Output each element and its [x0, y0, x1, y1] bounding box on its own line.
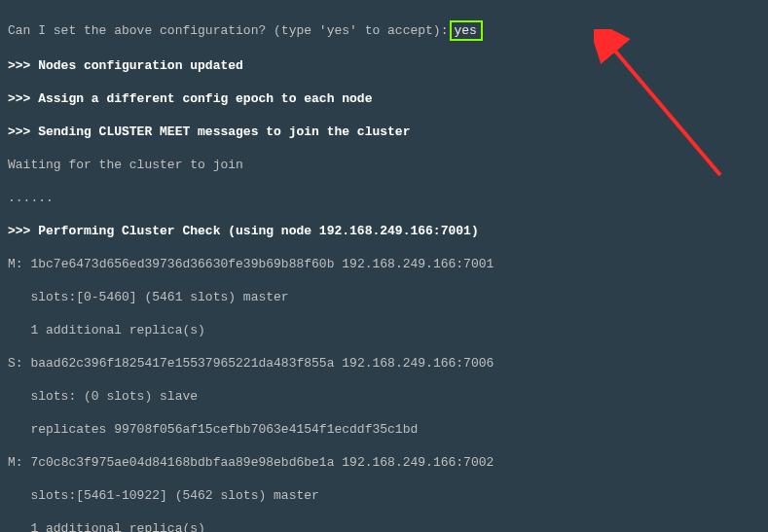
msg-cluster-check: >>> Performing Cluster Check (using node… — [8, 223, 654, 239]
terminal-output: Can I set the above configuration? (type… — [0, 0, 662, 532]
node-row: M: 1bc7e6473d656ed39736d36630fe39b69b88f… — [8, 256, 654, 272]
msg-assign-epoch: >>> Assign a different config epoch to e… — [8, 90, 654, 107]
prompt-text: Can I set the above configuration? (type… — [8, 23, 448, 38]
node-row: M: 7c0c8c3f975ae04d84168bdbfaa89e98ebd6b… — [8, 454, 654, 471]
msg-nodes-updated: >>> Nodes configuration updated — [8, 57, 654, 74]
node-slots: slots:[0-5460] (5461 slots) master — [8, 289, 654, 305]
node-extra: replicates 99708f056af15cefbb7063e4154f1… — [8, 421, 654, 438]
node-slots: slots:[5461-10922] (5462 slots) master — [8, 487, 654, 504]
node-row: S: baad62c396f1825417e15537965221da483f8… — [8, 355, 654, 372]
msg-sending-meet: >>> Sending CLUSTER MEET messages to joi… — [8, 124, 654, 140]
node-extra: 1 additional replica(s) — [8, 322, 654, 338]
node-extra: 1 additional replica(s) — [8, 520, 654, 532]
input-yes-highlight: yes — [450, 20, 482, 41]
dots: ...... — [8, 190, 654, 206]
msg-waiting: Waiting for the cluster to join — [8, 157, 654, 173]
prompt-line: Can I set the above configuration? (type… — [8, 20, 654, 41]
node-slots: slots: (0 slots) slave — [8, 388, 654, 405]
